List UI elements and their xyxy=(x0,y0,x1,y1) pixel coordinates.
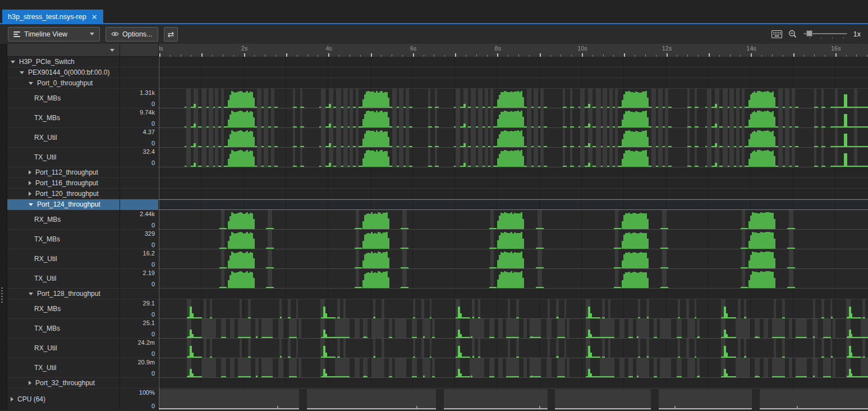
timeline-track-empty[interactable] xyxy=(159,57,868,67)
chart-tx-util[interactable] xyxy=(159,269,868,288)
zoom-out-icon[interactable] xyxy=(788,30,797,38)
timeline-track-empty[interactable] xyxy=(159,199,868,210)
scale-cell: 24.2m0 xyxy=(120,339,159,358)
zoom-controls: 1x xyxy=(771,30,868,39)
timeline-rows: H3P_PCIe_SwitchPEX90144_0(0000:bf:00.0)P… xyxy=(0,57,868,410)
chart-rx-mbs[interactable] xyxy=(159,299,868,318)
tree-row-port-128-throughput[interactable]: Port_128_throughput xyxy=(7,289,120,299)
tree-row-port-124-throughput[interactable]: Port_124_throughput xyxy=(7,199,120,210)
swap-rows-button[interactable]: ⇄ xyxy=(164,27,178,42)
timeline-track xyxy=(159,299,868,319)
tree-row-label: TX_Util xyxy=(34,364,56,372)
left-gutter xyxy=(0,89,7,108)
chart-rx-util[interactable] xyxy=(159,249,868,268)
scale-max-value: 24.2m xyxy=(137,339,155,346)
timeline-ruler[interactable] xyxy=(159,44,868,57)
view-selector-dropdown[interactable]: Timeline View xyxy=(8,27,100,42)
tree-row-port-120-throughput[interactable]: Port_120_throughput xyxy=(7,189,120,199)
chevron-down-icon[interactable] xyxy=(11,61,15,63)
timeline-track xyxy=(159,108,868,128)
tree-row-label: RX_Util xyxy=(34,255,57,263)
row-header-dropdown[interactable] xyxy=(7,44,120,57)
timeline-track-empty[interactable] xyxy=(159,189,868,199)
chart-tx-mbs[interactable] xyxy=(159,319,868,338)
tree-row-rx-util[interactable]: RX_Util xyxy=(7,339,120,358)
timeline-track-empty[interactable] xyxy=(159,289,868,299)
timeline-row: RX_Util24.2m0 xyxy=(0,339,868,358)
left-gutter xyxy=(0,108,7,128)
tree-row-tx-mbs[interactable]: TX_MBs xyxy=(7,108,120,128)
tree-row-label: RX_MBs xyxy=(34,94,61,102)
tree-row-label: H3P_PCIe_Switch xyxy=(19,58,75,66)
chart-rx-util[interactable] xyxy=(159,128,868,147)
timeline-row: PEX90144_0(0000:bf:00.0) xyxy=(0,67,868,78)
scale-cell xyxy=(120,57,159,67)
chart-tx-mbs[interactable] xyxy=(159,108,868,127)
chart-rx-mbs[interactable] xyxy=(159,210,868,229)
timeline-row: TX_MBs9.74k0 xyxy=(0,108,868,128)
scale-cell xyxy=(120,78,159,89)
tree-row-tx-util[interactable]: TX_Util xyxy=(7,358,120,378)
scale-max-value: 32.4 xyxy=(143,148,155,155)
scale-min-value: 0 xyxy=(151,241,155,248)
timeline-track-empty[interactable] xyxy=(159,167,868,178)
chevron-right-icon[interactable] xyxy=(29,381,31,385)
timeline-panel: H3P_PCIe_SwitchPEX90144_0(0000:bf:00.0)P… xyxy=(0,44,868,410)
tree-row-tx-util[interactable]: TX_Util xyxy=(7,148,120,167)
chevron-down-icon[interactable] xyxy=(20,71,24,74)
chart-tx-util[interactable] xyxy=(159,358,868,377)
panel-splitter-handle[interactable] xyxy=(1,287,3,304)
tree-row-rx-mbs[interactable]: RX_MBs xyxy=(7,299,120,319)
tree-row-port-116-throughput[interactable]: Port_116_throughput xyxy=(7,178,120,189)
scale-column-header xyxy=(120,44,159,57)
left-gutter xyxy=(0,178,7,189)
tree-row-tx-mbs[interactable]: TX_MBs xyxy=(7,230,120,249)
zoom-slider[interactable] xyxy=(803,30,847,39)
tab-close-icon[interactable]: ✕ xyxy=(91,13,98,21)
chart-tx-mbs[interactable] xyxy=(159,230,868,249)
chevron-right-icon[interactable] xyxy=(29,170,31,175)
chart-tx-util[interactable] xyxy=(159,148,868,167)
tree-row-tx-mbs[interactable]: TX_MBs xyxy=(7,319,120,339)
tree-row-tx-util[interactable]: TX_Util xyxy=(7,269,120,289)
options-label: Options... xyxy=(122,30,153,38)
options-button[interactable]: Options... xyxy=(105,27,158,42)
zoom-slider-handle[interactable] xyxy=(806,30,812,36)
tree-row-pex90144-0-0000-bf-00-0[interactable]: PEX90144_0(0000:bf:00.0) xyxy=(7,67,120,78)
tree-row-rx-util[interactable]: RX_Util xyxy=(7,128,120,148)
timeline-track-empty[interactable] xyxy=(159,67,868,78)
timeline-track-empty[interactable] xyxy=(159,178,868,189)
tree-row-rx-mbs[interactable]: RX_MBs xyxy=(7,89,120,108)
timeline-row: RX_MBs2.44k0 xyxy=(0,210,868,230)
chevron-right-icon[interactable] xyxy=(29,191,31,196)
chevron-down-icon[interactable] xyxy=(29,293,33,295)
chevron-right-icon[interactable] xyxy=(29,181,31,185)
tree-row-port-112-throughput[interactable]: Port_112_throughput xyxy=(7,167,120,178)
tree-row-h3p-pcie-switch[interactable]: H3P_PCIe_Switch xyxy=(7,57,120,67)
chart-cpu-64[interactable] xyxy=(159,389,868,410)
timeline-track-empty[interactable] xyxy=(159,78,868,89)
chevron-right-icon[interactable] xyxy=(11,397,13,401)
tree-row-rx-util[interactable]: RX_Util xyxy=(7,249,120,269)
scale-min-value: 0 xyxy=(151,311,155,318)
left-gutter xyxy=(0,339,7,358)
chevron-down-icon[interactable] xyxy=(29,203,33,206)
chart-rx-mbs[interactable] xyxy=(159,89,868,108)
chart-rx-util[interactable] xyxy=(159,339,868,358)
chevron-down-icon[interactable] xyxy=(29,82,33,85)
keyboard-shortcuts-icon[interactable] xyxy=(771,30,782,38)
timeline-track-empty[interactable] xyxy=(159,378,868,389)
tree-row-label: Port_116_throughput xyxy=(35,179,98,187)
tree-row-port-32-throughput[interactable]: Port_32_throughput xyxy=(7,378,120,389)
tree-row-cpu-64[interactable]: CPU (64) xyxy=(7,389,120,410)
zoom-level-label: 1x xyxy=(853,30,861,38)
scale-max-value: 16.2 xyxy=(143,250,155,257)
tree-row-label: RX_Util xyxy=(34,344,57,352)
report-tab[interactable]: h3p_stress_test.nsys-rep ✕ xyxy=(2,10,103,24)
scale-max-value: 25.1 xyxy=(143,319,155,326)
tree-row-port-0-throughput[interactable]: Port_0_throughput xyxy=(7,78,120,89)
tree-row-rx-mbs[interactable]: RX_MBs xyxy=(7,210,120,230)
timeline-track xyxy=(159,319,868,339)
scale-max-value: 20.9m xyxy=(137,359,155,366)
left-gutter xyxy=(0,199,7,210)
